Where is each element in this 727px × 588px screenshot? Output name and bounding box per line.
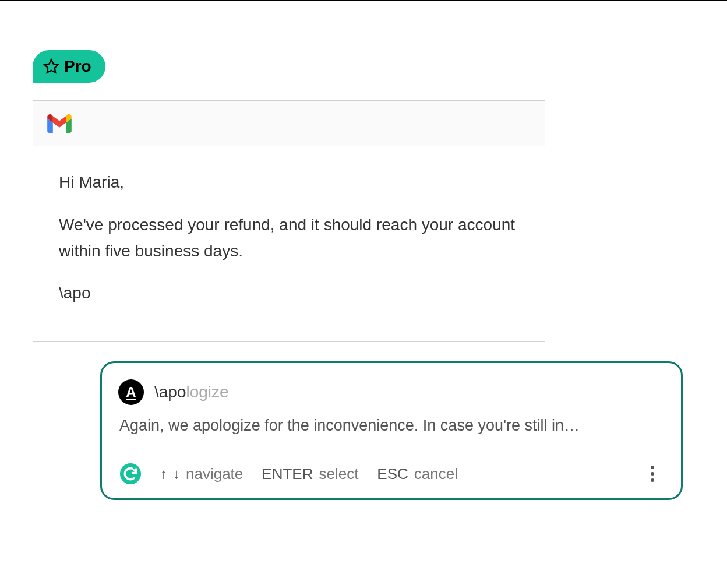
snippet-command-prefix: \apo xyxy=(154,383,186,401)
email-typed-command: \apo xyxy=(59,280,519,307)
navigate-label: navigate xyxy=(186,465,243,483)
snippet-command-suffix: logize xyxy=(186,383,229,401)
email-body[interactable]: Hi Maria, We've processed your refund, a… xyxy=(33,146,545,341)
nav-hint: ↑ ↓ navigate xyxy=(160,465,243,483)
arrow-up-icon: ↑ xyxy=(160,466,167,482)
snippet-type-icon: A xyxy=(118,379,144,405)
pro-badge-label: Pro xyxy=(64,57,91,76)
snippet-command: \apologize xyxy=(154,383,229,402)
more-options-button[interactable] xyxy=(645,462,660,485)
cancel-label: cancel xyxy=(414,465,458,483)
pro-badge: Pro xyxy=(33,50,105,83)
cancel-hint: ESC cancel xyxy=(377,465,458,483)
svg-point-1 xyxy=(120,463,141,484)
email-body-text: We've processed your refund, and it shou… xyxy=(59,212,519,265)
email-greeting: Hi Maria, xyxy=(59,170,519,196)
snippet-popup[interactable]: A \apologize Again, we apologize for the… xyxy=(100,361,683,500)
select-label: select xyxy=(319,465,358,483)
email-card: Hi Maria, We've processed your refund, a… xyxy=(33,100,545,342)
email-header xyxy=(33,101,545,146)
grammarly-icon xyxy=(119,463,142,485)
snippet-preview: Again, we apologize for the inconvenienc… xyxy=(118,417,665,435)
svg-marker-0 xyxy=(44,59,58,72)
arrow-down-icon: ↓ xyxy=(173,466,180,482)
snippet-footer: ↑ ↓ navigate ENTER select ESC cancel xyxy=(118,449,665,498)
enter-key: ENTER xyxy=(262,465,313,483)
esc-key: ESC xyxy=(377,465,408,483)
snippet-suggestion-row[interactable]: A \apologize xyxy=(118,379,665,405)
top-border xyxy=(0,0,727,1)
star-icon xyxy=(43,58,59,75)
select-hint: ENTER select xyxy=(262,465,358,483)
gmail-icon xyxy=(47,114,72,133)
